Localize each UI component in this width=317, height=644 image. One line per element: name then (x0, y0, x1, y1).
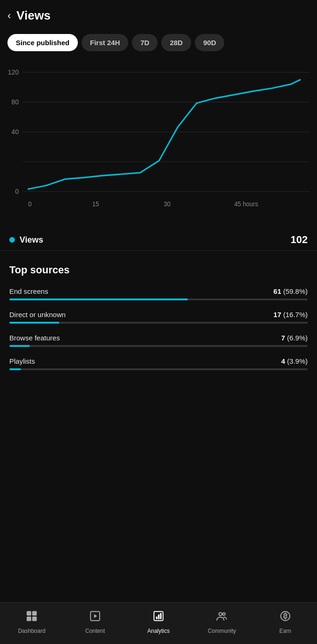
views-legend: Views 102 (0, 225, 317, 251)
source-value-end-screens: 61 (59.8%) (274, 287, 308, 295)
source-name-playlists: Playlists (9, 357, 35, 365)
svg-text:120: 120 (8, 68, 19, 75)
progress-bg-browse (9, 345, 308, 347)
views-dot (9, 237, 15, 243)
filter-90d[interactable]: 90D (195, 34, 225, 51)
svg-rect-16 (32, 617, 37, 621)
top-sources-section: Top sources End screens 61 (59.8%) Direc… (0, 251, 317, 390)
source-value-direct: 17 (16.7%) (274, 311, 308, 319)
svg-text:45 hours: 45 hours (234, 201, 258, 208)
views-legend-label: Views (20, 235, 43, 245)
nav-label-analytics: Analytics (147, 628, 170, 634)
nav-label-community: Community (208, 628, 236, 634)
svg-text:15: 15 (92, 201, 99, 208)
svg-point-23 (219, 612, 222, 616)
source-value-playlists: 4 (3.9%) (281, 357, 308, 365)
nav-item-analytics[interactable]: Analytics (127, 610, 190, 634)
nav-item-content[interactable]: Content (63, 610, 127, 634)
source-name-browse: Browse features (9, 334, 60, 342)
svg-rect-21 (158, 614, 159, 619)
svg-point-24 (223, 612, 225, 615)
views-chart: 120 80 40 0 0 15 30 45 hours (4, 62, 310, 211)
nav-item-earn[interactable]: Earn (254, 610, 317, 634)
svg-rect-22 (160, 613, 161, 619)
nav-item-dashboard[interactable]: Dashboard (0, 610, 63, 634)
filter-first-24h[interactable]: First 24H (82, 34, 128, 51)
content-icon (89, 610, 101, 625)
top-sources-title: Top sources (9, 264, 308, 276)
source-item-browse: Browse features 7 (6.9%) (9, 334, 308, 347)
filter-since-published[interactable]: Since published (7, 34, 78, 51)
filter-row: Since published First 24H 7D 28D 90D (0, 29, 317, 58)
progress-fill-end-screens (9, 298, 188, 300)
source-item-playlists: Playlists 4 (3.9%) (9, 357, 308, 370)
svg-marker-18 (94, 614, 97, 618)
svg-text:30: 30 (164, 201, 171, 208)
source-item-direct: Direct or unknown 17 (16.7%) (9, 311, 308, 324)
progress-bg-playlists (9, 368, 308, 370)
community-icon (216, 610, 228, 625)
svg-rect-14 (32, 611, 37, 616)
svg-text:80: 80 (12, 98, 19, 105)
chart-container: 120 80 40 0 0 15 30 45 hours (0, 58, 317, 225)
progress-bg-direct (9, 322, 308, 324)
svg-text:40: 40 (12, 128, 19, 135)
progress-bg-end-screens (9, 298, 308, 300)
nav-label-dashboard: Dashboard (18, 628, 46, 634)
svg-rect-13 (27, 611, 31, 616)
filter-28d[interactable]: 28D (161, 34, 191, 51)
bottom-nav: Dashboard Content Analytics (0, 602, 317, 644)
analytics-icon (152, 610, 165, 625)
page-title: Views (16, 8, 50, 23)
svg-rect-15 (27, 617, 31, 621)
back-button[interactable]: ‹ (7, 10, 11, 22)
source-value-browse: 7 (6.9%) (281, 334, 308, 342)
svg-rect-20 (156, 617, 158, 619)
progress-fill-direct (9, 322, 59, 324)
filter-7d[interactable]: 7D (132, 34, 158, 51)
source-name-end-screens: End screens (9, 287, 48, 295)
nav-label-earn: Earn (279, 628, 291, 634)
source-name-direct: Direct or unknown (9, 311, 66, 319)
views-total-count: 102 (290, 234, 308, 246)
nav-label-content: Content (85, 628, 105, 634)
svg-text:0: 0 (15, 187, 19, 195)
nav-item-community[interactable]: Community (190, 610, 254, 634)
svg-text:0: 0 (28, 201, 31, 208)
progress-fill-playlists (9, 368, 21, 370)
source-item-end-screens: End screens 61 (59.8%) (9, 287, 308, 300)
earn-icon (279, 610, 291, 625)
progress-fill-browse (9, 345, 30, 347)
dashboard-icon (26, 610, 38, 625)
header: ‹ Views (0, 0, 317, 29)
